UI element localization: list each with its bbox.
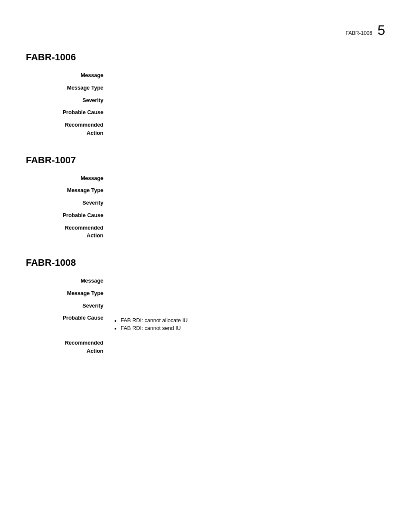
field-row-probable-cause-1007: Probable Cause xyxy=(26,212,385,220)
list-item: FAB RDI: cannot allocate IU xyxy=(121,317,385,324)
field-row-message-type-1006: Message Type xyxy=(26,84,385,92)
field-row-message-type-1007: Message Type xyxy=(26,187,385,195)
field-label-message-type-1007: Message Type xyxy=(26,187,112,195)
field-label-message-1006: Message xyxy=(26,72,112,80)
field-row-severity-1006: Severity xyxy=(26,96,385,105)
page-content: FABR-1006 Message Message Type Severity … xyxy=(0,0,411,398)
probable-cause-content-1008: FAB RDI: cannot allocate IU FAB RDI: can… xyxy=(112,314,385,335)
list-item: FAB RDI: cannot send IU xyxy=(121,325,385,331)
section-title-fabr-1007: FABR-1007 xyxy=(26,155,385,166)
field-row-recommended-action-1008: Recommended Action xyxy=(26,339,385,355)
field-row-message-type-1008: Message Type xyxy=(26,289,385,298)
probable-cause-list-1008: FAB RDI: cannot allocate IU FAB RDI: can… xyxy=(112,317,385,331)
field-label-severity-1006: Severity xyxy=(26,96,112,105)
field-label-recommended-action-1008: Recommended Action xyxy=(26,339,112,355)
field-label-recommended-action-1006: Recommended Action xyxy=(26,121,112,137)
field-label-severity-1008: Severity xyxy=(26,302,112,310)
field-label-probable-cause-1006: Probable Cause xyxy=(26,109,112,117)
field-row-recommended-action-1006: Recommended Action xyxy=(26,121,385,137)
field-row-severity-1008: Severity xyxy=(26,302,385,310)
field-label-message-1008: Message xyxy=(26,277,112,285)
page-header-number: 5 xyxy=(377,22,385,38)
field-label-message-type-1008: Message Type xyxy=(26,289,112,298)
section-title-fabr-1008: FABR-1008 xyxy=(26,257,385,268)
section-fabr-1008: FABR-1008 Message Message Type Severity … xyxy=(26,257,385,355)
field-label-message-type-1006: Message Type xyxy=(26,84,112,92)
page-header-code: FABR-1006 xyxy=(346,30,372,36)
field-label-severity-1007: Severity xyxy=(26,199,112,207)
field-row-message-1006: Message xyxy=(26,72,385,80)
section-fabr-1006: FABR-1006 Message Message Type Severity … xyxy=(26,52,385,137)
field-row-probable-cause-1008: Probable Cause FAB RDI: cannot allocate … xyxy=(26,314,385,335)
field-row-message-1008: Message xyxy=(26,277,385,285)
field-label-message-1007: Message xyxy=(26,174,112,183)
section-title-fabr-1006: FABR-1006 xyxy=(26,52,385,63)
page-header: FABR-1006 5 xyxy=(346,22,385,38)
field-row-recommended-action-1007: Recommended Action xyxy=(26,224,385,240)
field-label-probable-cause-1008: Probable Cause xyxy=(26,314,112,322)
field-label-recommended-action-1007: Recommended Action xyxy=(26,224,112,240)
field-row-severity-1007: Severity xyxy=(26,199,385,207)
field-row-probable-cause-1006: Probable Cause xyxy=(26,109,385,117)
field-row-message-1007: Message xyxy=(26,174,385,183)
section-fabr-1007: FABR-1007 Message Message Type Severity … xyxy=(26,155,385,240)
field-label-probable-cause-1007: Probable Cause xyxy=(26,212,112,220)
